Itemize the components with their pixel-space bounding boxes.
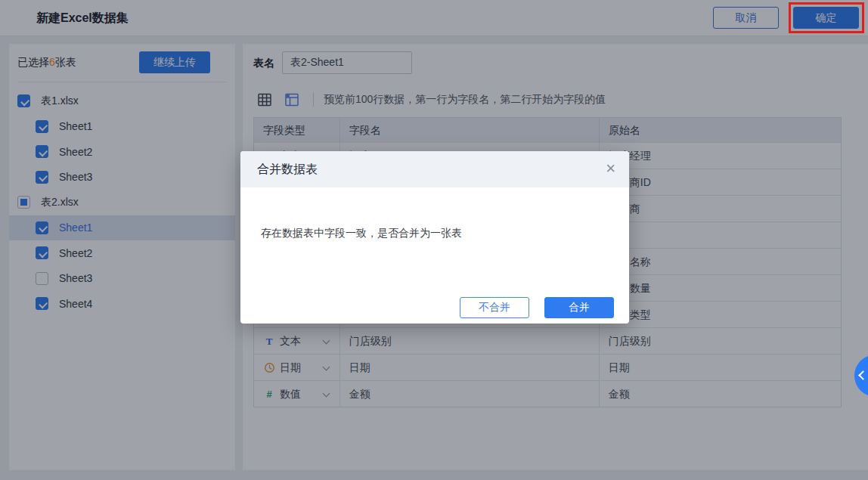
- merge-dialog-header: 合并数据表 ×: [240, 151, 629, 187]
- close-icon[interactable]: ×: [606, 151, 615, 187]
- merge-dialog-actions: 不合并 合并: [460, 297, 614, 318]
- merge-dialog: 合并数据表 × 存在数据表中字段一致，是否合并为一张表 不合并 合并: [240, 151, 629, 324]
- merge-button[interactable]: 合并: [544, 297, 614, 318]
- chevron-left-icon: [858, 370, 868, 380]
- merge-dialog-message: 存在数据表中字段一致，是否合并为一张表: [261, 227, 462, 240]
- no-merge-button[interactable]: 不合并: [460, 297, 529, 318]
- merge-dialog-title: 合并数据表: [257, 151, 318, 187]
